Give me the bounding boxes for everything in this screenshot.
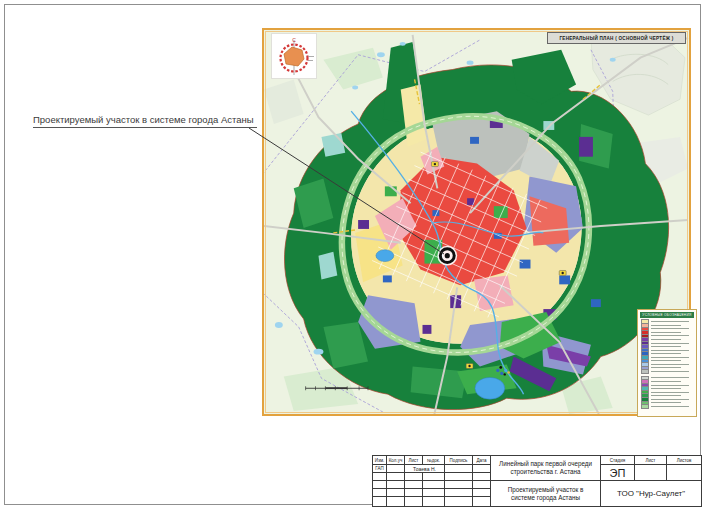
tb-subtitle: Проектируемый участок в системе города А… (491, 481, 601, 506)
legend-title: УСЛОВНЫЕ ОБОЗНАЧЕНИЯ (640, 312, 694, 318)
tb-col-podpis: Подпись (445, 456, 473, 465)
tb-col-izm: Изм. (373, 456, 387, 465)
legend-label-line (651, 377, 689, 378)
legend-label-line (651, 325, 681, 326)
legend-label-line (651, 339, 681, 340)
legend-group-2 (640, 376, 694, 408)
legend-label-line (651, 328, 689, 329)
legend-label-line (651, 350, 689, 351)
legend-label-line (651, 364, 689, 365)
tb-col-data: Дата (473, 456, 491, 465)
legend-label-line (651, 392, 689, 393)
legend-label-line (651, 399, 689, 400)
tb-col-koluch: Кол.уч (387, 456, 405, 465)
compass-site-icon: С (272, 34, 316, 78)
title-block: Изм. Кол.уч Лист №док. Подпись Дата ГАП … (372, 455, 702, 507)
tb-company: ТОО "Нур-Саулет" (601, 481, 701, 506)
legend-swatch (641, 369, 649, 374)
legend-label-line (651, 406, 689, 407)
legend-label-line (651, 388, 681, 389)
legend-label-line (651, 367, 681, 368)
tb-project-name: Линейный парк первой очереди строительст… (491, 456, 601, 481)
legend-label-line (651, 346, 681, 347)
legend-label-line (651, 353, 681, 354)
tb-name: Тоаева Н. (405, 465, 445, 473)
legend-label-line (651, 381, 681, 382)
site-locator-stamp: С (271, 33, 317, 79)
legend-label-line (651, 402, 681, 403)
tb-role-gap: ГАП (373, 465, 387, 473)
tb-sheets-label: Листов (667, 456, 701, 465)
map-legend: УСЛОВНЫЕ ОБОЗНАЧЕНИЯ (637, 309, 697, 417)
legend-label-line (651, 321, 689, 322)
tb-col-ndok: №док. (423, 456, 445, 465)
drawing-sheet: Проектируемый участок в системе города А… (0, 0, 705, 509)
plan-title-bar: ГЕНЕРАЛЬНЫЙ ПЛАН ( ОСНОВНОЙ ЧЕРТЁЖ ) (547, 32, 686, 44)
legend-label-line (651, 357, 689, 358)
tb-col-list: Лист (405, 456, 423, 465)
annotation-label: Проектируемый участок в системе города А… (33, 114, 257, 128)
legend-group-1 (640, 320, 694, 373)
legend-label-line (651, 360, 681, 361)
legend-label-line (651, 335, 689, 336)
master-plan-panel: ГЕНЕРАЛЬНЫЙ ПЛАН ( ОСНОВНОЙ ЧЕРТЁЖ ) С У… (262, 28, 691, 416)
legend-label-line (651, 332, 681, 333)
legend-swatch (641, 404, 649, 409)
legend-label-line (651, 343, 689, 344)
city-master-plan-map (264, 30, 689, 414)
legend-label-line (651, 385, 689, 386)
legend-item (640, 405, 694, 409)
tb-sheet-label: Лист (635, 456, 667, 465)
north-letter: С (292, 37, 296, 43)
legend-label-line (651, 371, 689, 372)
tb-stage-label: Стадия (601, 456, 635, 465)
legend-label-line (651, 395, 681, 396)
tb-stage-value: ЭП (601, 465, 635, 481)
